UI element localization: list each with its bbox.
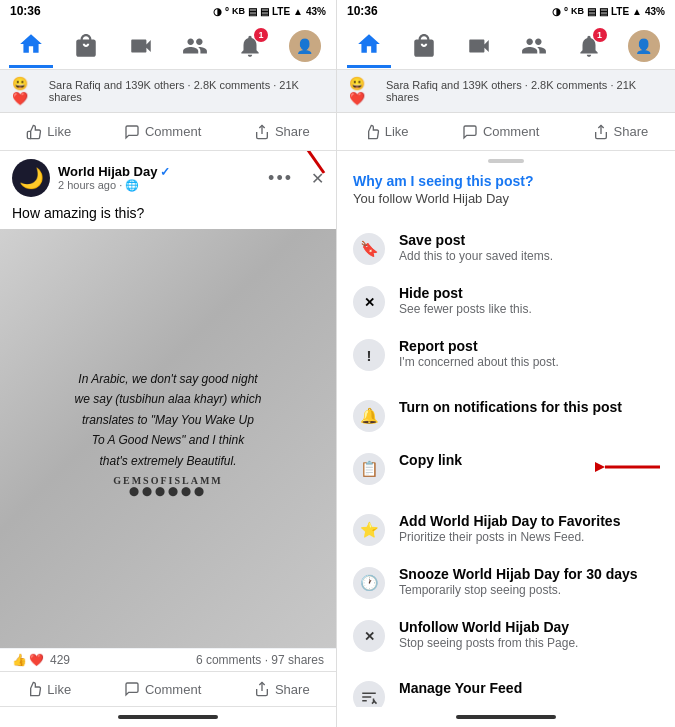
snooze-content: Snooze World Hijab Day for 30 days Tempo… — [399, 566, 659, 597]
hide-post-item[interactable]: ✕ Hide post See fewer posts like this. — [337, 275, 675, 328]
status-bar-right: 10:36 ◑ ⁰ KB ▤ ▤ LTE ▲ 43% — [337, 0, 675, 22]
post-card: 🌙 World Hijab Day ✓ 2 hours ago · 🌐 ••• … — [0, 151, 336, 707]
notifications-icon: 🔔 — [353, 400, 385, 432]
hide-post-desc: See fewer posts like this. — [399, 302, 659, 316]
notifications-item[interactable]: 🔔 Turn on notifications for this post — [337, 389, 675, 442]
hide-post-title: Hide post — [399, 285, 659, 301]
like-button-bottom[interactable]: Like — [18, 681, 79, 697]
post-header: 🌙 World Hijab Day ✓ 2 hours ago · 🌐 ••• … — [0, 151, 336, 201]
red-arrow-copy-link — [595, 452, 665, 486]
post-meta-text: Sara Rafiq and 139K others · 2.8K commen… — [49, 79, 324, 103]
dropdown-handle — [337, 151, 675, 163]
right-panel: 10:36 ◑ ⁰ KB ▤ ▤ LTE ▲ 43% 1 � — [337, 0, 675, 727]
comment-button-right[interactable]: Comment — [454, 124, 547, 140]
save-post-desc: Add this to your saved items. — [399, 249, 659, 263]
manage-feed-title: Manage Your Feed — [399, 680, 659, 696]
status-icons-right: ◑ ⁰ KB ▤ ▤ LTE ▲ 43% — [552, 6, 665, 17]
verified-badge: ✓ — [160, 165, 170, 179]
user-avatar-right: 👤 — [628, 30, 660, 62]
unfollow-desc: Stop seeing posts from this Page. — [399, 636, 659, 650]
bell-badge: 1 — [254, 28, 268, 42]
reaction-emojis: 😀❤️ — [12, 76, 43, 106]
nav-bar-left: 1 👤 — [0, 22, 336, 70]
comment-button-bottom[interactable]: Comment — [116, 681, 209, 697]
nav-avatar-right[interactable]: 👤 — [622, 24, 666, 68]
comment-button-top[interactable]: Comment — [116, 124, 209, 140]
post-options[interactable]: ••• ✕ — [268, 168, 324, 189]
add-favorites-content: Add World Hijab Day to Favorites Priorit… — [399, 513, 659, 544]
post-bottom-meta: 👍 ❤️ 429 6 comments · 97 shares — [0, 648, 336, 671]
nav-video[interactable] — [119, 24, 163, 68]
time-right: 10:36 — [347, 4, 378, 18]
like-button-top[interactable]: Like — [18, 124, 79, 140]
nav-groups[interactable] — [173, 24, 217, 68]
home-bar-left — [118, 715, 218, 719]
post-author-info: World Hijab Day ✓ 2 hours ago · 🌐 — [58, 164, 260, 192]
save-post-item[interactable]: 🔖 Save post Add this to your saved items… — [337, 222, 675, 275]
snooze-title: Snooze World Hijab Day for 30 days — [399, 566, 659, 582]
add-favorites-desc: Prioritize their posts in News Feed. — [399, 530, 659, 544]
post-author-name: World Hijab Day ✓ — [58, 164, 260, 179]
unfollow-title: Unfollow World Hijab Day — [399, 619, 659, 635]
nav-market-right[interactable] — [402, 24, 446, 68]
share-button-right[interactable]: Share — [585, 124, 657, 140]
nav-avatar[interactable]: 👤 — [283, 24, 327, 68]
top-post-meta-right: 😀❤️ Sara Rafiq and 139K others · 2.8K co… — [337, 70, 675, 113]
post-meta-text-right: Sara Rafiq and 139K others · 2.8K commen… — [386, 79, 663, 103]
left-panel: 10:36 ◑ ⁰ KB ▤ ▤ LTE ▲ 43% 1 � — [0, 0, 337, 727]
post-author-avatar: 🌙 — [12, 159, 50, 197]
top-action-bar-right: Like Comment Share — [337, 113, 675, 151]
why-seeing-label: Why am I seeing this post? — [337, 163, 675, 191]
nav-video-right[interactable] — [457, 24, 501, 68]
snooze-item[interactable]: 🕐 Snooze World Hijab Day for 30 days Tem… — [337, 556, 675, 609]
share-button-top[interactable]: Share — [246, 124, 318, 140]
add-favorites-icon: ⭐ — [353, 514, 385, 546]
manage-feed-item[interactable]: Manage Your Feed — [337, 670, 675, 707]
save-post-title: Save post — [399, 232, 659, 248]
add-favorites-title: Add World Hijab Day to Favorites — [399, 513, 659, 529]
post-options-dropdown: Why am I seeing this post? You follow Wo… — [337, 151, 675, 707]
share-button-bottom[interactable]: Share — [246, 681, 318, 697]
hide-post-content: Hide post See fewer posts like this. — [399, 285, 659, 316]
snooze-desc: Temporarily stop seeing posts. — [399, 583, 659, 597]
home-indicator-right — [337, 707, 675, 727]
save-post-icon: 🔖 — [353, 233, 385, 265]
report-post-icon: ! — [353, 339, 385, 371]
unfollow-icon: ✕ — [353, 620, 385, 652]
reaction-icons: 👍 ❤️ — [12, 653, 44, 667]
follow-label: You follow World Hijab Day — [337, 191, 675, 214]
home-indicator-left — [0, 707, 336, 727]
post-timestamp: 2 hours ago · 🌐 — [58, 179, 260, 192]
notifications-content: Turn on notifications for this post — [399, 399, 659, 415]
snooze-icon: 🕐 — [353, 567, 385, 599]
unfollow-item[interactable]: ✕ Unfollow World Hijab Day Stop seeing p… — [337, 609, 675, 662]
report-post-title: Report post — [399, 338, 659, 354]
like-button-right[interactable]: Like — [356, 124, 417, 140]
user-avatar: 👤 — [289, 30, 321, 62]
nav-home-right[interactable] — [347, 24, 391, 68]
unfollow-content: Unfollow World Hijab Day Stop seeing pos… — [399, 619, 659, 650]
post-image: In Arabic, we don't say good night we sa… — [0, 229, 336, 648]
nav-groups-right[interactable] — [512, 24, 556, 68]
nav-market[interactable] — [64, 24, 108, 68]
bell-badge-right: 1 — [593, 28, 607, 42]
post-image-content: In Arabic, we don't say good night we sa… — [0, 229, 336, 648]
top-post-meta: 😀❤️ Sara Rafiq and 139K others · 2.8K co… — [0, 70, 336, 113]
hide-post-icon: ✕ — [353, 286, 385, 318]
post-bottom-actions: Like Comment Share — [0, 671, 336, 707]
add-favorites-item[interactable]: ⭐ Add World Hijab Day to Favorites Prior… — [337, 503, 675, 556]
time-left: 10:36 — [10, 4, 41, 18]
top-action-bar: Like Comment Share — [0, 113, 336, 151]
post-text: How amazing is this? — [0, 201, 336, 229]
reaction-count: 429 — [50, 653, 70, 667]
close-icon[interactable]: ✕ — [311, 169, 324, 188]
nav-home[interactable] — [9, 24, 53, 68]
copy-link-item[interactable]: 📋 Copy link — [337, 442, 675, 495]
more-options-icon[interactable]: ••• — [268, 168, 293, 189]
report-post-item[interactable]: ! Report post I'm concerned about this p… — [337, 328, 675, 381]
save-post-content: Save post Add this to your saved items. — [399, 232, 659, 263]
nav-bell[interactable]: 1 — [228, 24, 272, 68]
status-bar-left: 10:36 ◑ ⁰ KB ▤ ▤ LTE ▲ 43% — [0, 0, 336, 22]
image-watermark: Gemsofislamm ⬤⬤⬤⬤⬤⬤ — [75, 475, 262, 496]
nav-bell-right[interactable]: 1 — [567, 24, 611, 68]
